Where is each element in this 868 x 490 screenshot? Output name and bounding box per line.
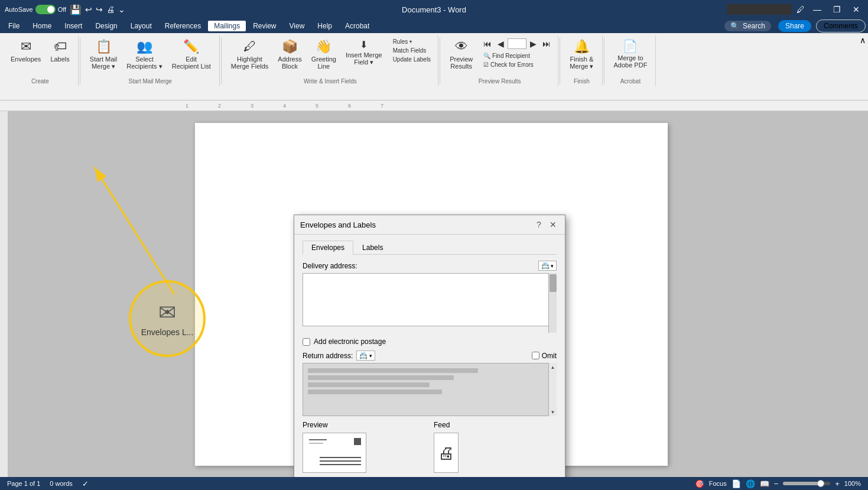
zoom-in-icon[interactable]: + <box>835 479 840 488</box>
ribbon-content: ✉ Envelopes 🏷 Labels Create 📋 Start Ma <box>0 33 868 86</box>
nav-page-input[interactable] <box>508 38 526 49</box>
check-errors-button[interactable]: ☑ Check for Errors <box>481 61 553 69</box>
menu-home[interactable]: Home <box>27 21 57 31</box>
return-address-select[interactable]: 📇 ▾ <box>356 351 375 361</box>
preview-nav-row: ⏮ ◀ ▶ ⏭ <box>481 38 553 50</box>
search-box-placeholder[interactable] <box>727 4 792 15</box>
menu-mailings[interactable]: Mailings <box>208 21 246 31</box>
highlight-icon: 🖊 <box>243 39 256 54</box>
highlight-merge-fields-button[interactable]: 🖊 Highlight Merge Fields <box>227 38 272 71</box>
insert-merge-field-button[interactable]: ⬇ Insert Merge Field ▾ <box>342 38 386 67</box>
nav-first-button[interactable]: ⏮ <box>481 38 494 50</box>
menu-references[interactable]: References <box>159 21 207 31</box>
menu-review[interactable]: Review <box>247 21 282 31</box>
add-postage-checkbox[interactable] <box>303 338 310 346</box>
update-labels-button[interactable]: Update Labels <box>391 56 434 63</box>
find-recipient-button[interactable]: 🔍 Find Recipient <box>481 52 553 60</box>
share-button[interactable]: Share <box>778 20 811 32</box>
nav-next-button[interactable]: ▶ <box>528 38 539 50</box>
return-addr-select-icon: 📇 <box>359 352 368 359</box>
nav-prev-button[interactable]: ◀ <box>495 38 506 50</box>
minimize-button[interactable]: — <box>810 4 825 15</box>
tab-labels[interactable]: Labels <box>353 241 392 255</box>
create-buttons: ✉ Envelopes 🏷 Labels <box>7 35 73 78</box>
insert-merge-label: Insert Merge Field ▾ <box>346 51 382 66</box>
rules-button[interactable]: Rules ▾ <box>391 38 434 46</box>
feed-tray-icon: 🖨 <box>438 443 454 463</box>
start-mail-merge-button[interactable]: 📋 Start Mail Merge ▾ <box>86 38 121 72</box>
env-delivery-line-2 <box>320 460 361 462</box>
autosave-label: AutoSave <box>5 6 33 13</box>
print-icon[interactable]: 🖨 <box>106 5 115 14</box>
omit-area: Omit <box>532 352 557 360</box>
left-scrollbar[interactable] <box>0 111 8 477</box>
view-web-icon[interactable]: 🌐 <box>746 479 755 488</box>
zoom-out-icon[interactable]: − <box>774 479 779 488</box>
greeting-line-button[interactable]: 👋 Greeting Line <box>308 38 340 71</box>
menu-insert[interactable]: Insert <box>58 21 88 31</box>
labels-icon: 🏷 <box>54 39 67 54</box>
redo-icon[interactable]: ↪ <box>96 5 103 14</box>
dialog-close-button[interactable]: ✕ <box>547 219 559 231</box>
return-addr-scroll-down[interactable]: ▼ <box>549 408 557 416</box>
delivery-address-input[interactable] <box>303 273 557 326</box>
zoom-slider[interactable] <box>783 482 830 485</box>
preview-results-button[interactable]: 👁 Preview Results <box>446 38 476 71</box>
write-insert-small-btns: Rules ▾ Match Fields Update Labels <box>391 38 434 63</box>
return-addr-scroll-up[interactable]: ▲ <box>549 363 557 371</box>
comments-button[interactable]: Comments <box>816 20 866 33</box>
menu-view[interactable]: View <box>284 21 311 31</box>
match-fields-button[interactable]: Match Fields <box>391 47 434 54</box>
edit-recipient-list-button[interactable]: ✏️ Edit Recipient List <box>168 38 214 71</box>
customize-icon[interactable]: ⌄ <box>118 5 125 14</box>
view-print-icon[interactable]: 📄 <box>732 479 741 488</box>
env-delivery-line-3 <box>320 464 361 465</box>
delivery-address-label: Delivery address: <box>303 262 357 270</box>
autosave-area: AutoSave Off <box>5 5 66 14</box>
save-icon[interactable]: 💾 <box>70 4 82 15</box>
status-right: 🎯 Focus 📄 🌐 📖 − + 100% <box>695 479 861 488</box>
zoom-thumb[interactable] <box>817 480 824 487</box>
focus-label[interactable]: Focus <box>709 480 727 487</box>
view-read-icon[interactable]: 📖 <box>760 479 769 488</box>
proofing-icon[interactable]: ✓ <box>82 479 89 488</box>
tab-envelopes[interactable]: Envelopes <box>303 241 353 255</box>
delivery-address-book-button[interactable]: 📇 ▾ <box>538 261 557 271</box>
autosave-toggle[interactable] <box>35 5 56 14</box>
ribbon-display-icon[interactable]: 🖊 <box>797 5 805 14</box>
env-delivery-line-1 <box>320 457 361 458</box>
write-insert-buttons: 🖊 Highlight Merge Fields 📦 Address Block… <box>227 35 433 78</box>
menu-search[interactable]: 🔍 Search <box>724 21 771 31</box>
focus-icon[interactable]: 🎯 <box>695 479 704 488</box>
menu-acrobat[interactable]: Acrobat <box>339 21 375 31</box>
return-addr-scrollbar[interactable]: ▲ ▼ <box>548 363 557 416</box>
menu-bar: File Home Insert Design Layout Reference… <box>0 19 868 33</box>
close-button[interactable]: ✕ <box>849 4 863 15</box>
menu-file[interactable]: File <box>2 21 25 31</box>
dialog-help-button[interactable]: ? <box>533 219 545 231</box>
omit-checkbox[interactable] <box>532 352 539 359</box>
return-address-row: Return address: 📇 ▾ Omit <box>303 351 557 361</box>
envelopes-button[interactable]: ✉ Envelopes <box>7 38 44 64</box>
menu-design[interactable]: Design <box>89 21 123 31</box>
ruler-marker-2: 2 <box>218 103 221 109</box>
envelopes-label: Envelopes <box>11 56 41 63</box>
dropdown-arrow-icon: ▾ <box>551 263 554 269</box>
ruler-marker-4: 4 <box>283 103 286 109</box>
select-recipients-button[interactable]: 👥 Select Recipients ▾ <box>123 38 165 72</box>
return-addr-lines <box>303 364 556 399</box>
address-block-button[interactable]: 📦 Address Block <box>274 38 305 71</box>
word-count: 0 words <box>50 480 73 487</box>
labels-button[interactable]: 🏷 Labels <box>47 38 73 64</box>
ribbon-collapse-btn[interactable]: ∧ <box>857 35 868 86</box>
dialog-title: Envelopes and Labels <box>300 220 376 229</box>
menu-layout[interactable]: Layout <box>125 21 158 31</box>
finish-merge-button[interactable]: 🔔 Finish & Merge ▾ <box>566 38 597 72</box>
merge-to-pdf-button[interactable]: 📄 Merge to Adobe PDF <box>610 38 651 70</box>
delivery-addr-scrollbar[interactable] <box>548 273 557 333</box>
undo-icon[interactable]: ↩ <box>85 5 92 14</box>
ribbon-group-create: ✉ Envelopes 🏷 Labels Create <box>2 35 79 86</box>
restore-button[interactable]: ❐ <box>830 4 844 15</box>
menu-help[interactable]: Help <box>311 21 338 31</box>
nav-last-button[interactable]: ⏭ <box>540 38 553 50</box>
